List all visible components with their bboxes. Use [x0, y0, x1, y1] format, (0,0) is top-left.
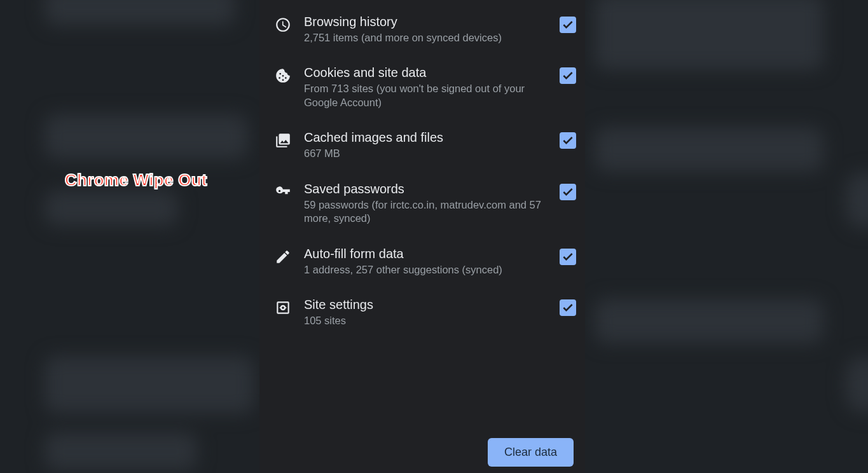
clear-data-panel: Browsing history 2,751 items (and more o… — [259, 0, 585, 473]
checkbox-passwords[interactable] — [560, 184, 576, 200]
row-subtitle: 105 sites — [304, 314, 548, 327]
checkbox-autofill[interactable] — [560, 249, 576, 265]
row-subtitle: 1 address, 257 other suggestions (synced… — [304, 263, 548, 277]
row-subtitle: 59 passwords (for irctc.co.in, matrudev.… — [304, 198, 548, 226]
checkbox-browsing-history[interactable] — [560, 17, 576, 33]
panel-footer: Clear data — [259, 434, 585, 473]
pencil-icon — [273, 247, 293, 266]
row-cached[interactable]: Cached images and files 667 MB — [259, 120, 585, 170]
checkbox-cached[interactable] — [560, 132, 576, 149]
row-subtitle: From 713 sites (you won't be signed out … — [304, 82, 548, 109]
row-title: Cookies and site data — [304, 65, 548, 81]
key-icon — [273, 182, 293, 202]
row-title: Auto-fill form data — [304, 246, 548, 262]
row-title: Saved passwords — [304, 181, 548, 197]
row-title: Site settings — [304, 297, 548, 313]
cookie-icon — [273, 66, 293, 85]
row-cookies[interactable]: Cookies and site data From 713 sites (yo… — [259, 55, 585, 120]
row-autofill[interactable]: Auto-fill form data 1 address, 257 other… — [259, 236, 585, 287]
row-site-settings[interactable]: Site settings 105 sites — [259, 287, 585, 338]
image-icon — [273, 131, 293, 150]
row-subtitle: 2,751 items (and more on synced devices) — [304, 31, 548, 45]
row-passwords[interactable]: Saved passwords 59 passwords (for irctc.… — [259, 171, 585, 236]
checkbox-cookies[interactable] — [560, 67, 576, 84]
checkbox-site-settings[interactable] — [560, 299, 576, 316]
settings-page-icon — [273, 298, 293, 317]
row-browsing-history[interactable]: Browsing history 2,751 items (and more o… — [259, 4, 585, 55]
clock-icon — [273, 15, 293, 34]
row-subtitle: 667 MB — [304, 147, 548, 160]
clear-data-button[interactable]: Clear data — [488, 438, 574, 467]
row-title: Cached images and files — [304, 130, 548, 146]
row-title: Browsing history — [304, 14, 548, 30]
